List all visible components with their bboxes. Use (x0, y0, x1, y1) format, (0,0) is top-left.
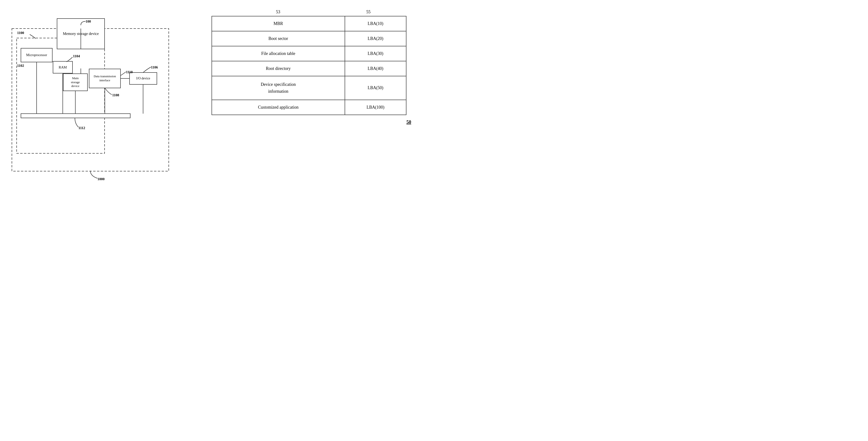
table-column-headers: 53 55 (216, 9, 411, 14)
row-customapp-lba: LBA(100) (345, 100, 406, 115)
svg-rect-8 (21, 114, 130, 118)
col-header-53: 53 (216, 9, 340, 14)
row-boot-lba: LBA(20) (345, 31, 406, 46)
row-mbr-lba: LBA(10) (345, 16, 406, 31)
row-fat-lba: LBA(30) (345, 46, 406, 61)
label-1106: 1106 (151, 65, 158, 69)
data-transmission-label: Data transmissioninterface (89, 69, 121, 88)
table-row: Device specificationinformation LBA(50) (212, 76, 406, 100)
table-row: MBR LBA(10) (212, 16, 406, 31)
row-boot-label: Boot sector (212, 31, 345, 46)
label-1100: 1100 (17, 31, 24, 35)
label-1110: 1110 (126, 70, 133, 74)
label-1108: 1108 (112, 93, 119, 97)
ram-label: RAM (53, 61, 72, 73)
table-row: File allocation table LBA(30) (212, 46, 406, 61)
label-1104: 1104 (73, 54, 80, 58)
table-row: Boot sector LBA(20) (212, 31, 406, 46)
row-root-lba: LBA(40) (345, 61, 406, 76)
table-row: Customized application LBA(100) (212, 100, 406, 115)
row-mbr-label: MBR (212, 16, 345, 31)
label-1112: 1112 (79, 126, 85, 130)
row-fat-label: File allocation table (212, 46, 345, 61)
row-root-label: Root directory (212, 61, 345, 76)
label-100: 100 (86, 20, 91, 24)
table-row: Root directory LBA(40) (212, 61, 406, 76)
row-customapp-label: Customized application (212, 100, 345, 115)
memory-map-table: MBR LBA(10) Boot sector LBA(20) File all… (212, 16, 406, 115)
main-storage-label: Mainstoragedevice (63, 74, 88, 91)
row-devspec-lba: LBA(50) (345, 76, 406, 100)
col-header-55: 55 (340, 9, 397, 14)
left-diagram: Memory storage device Microprocessor RAM… (7, 7, 178, 202)
label-1102: 1102 (17, 64, 24, 68)
right-diagram: 53 55 MBR LBA(10) Boot sector LBA(20) Fi… (207, 9, 416, 125)
memory-storage-label: Memory storage device (57, 19, 104, 49)
microprocessor-label: Microprocessor (21, 48, 52, 62)
label-1000: 1000 (97, 177, 104, 181)
row-devspec-label: Device specificationinformation (212, 76, 345, 100)
io-device-label: I/O device (129, 72, 157, 84)
table-footnote: 50 (207, 119, 416, 125)
